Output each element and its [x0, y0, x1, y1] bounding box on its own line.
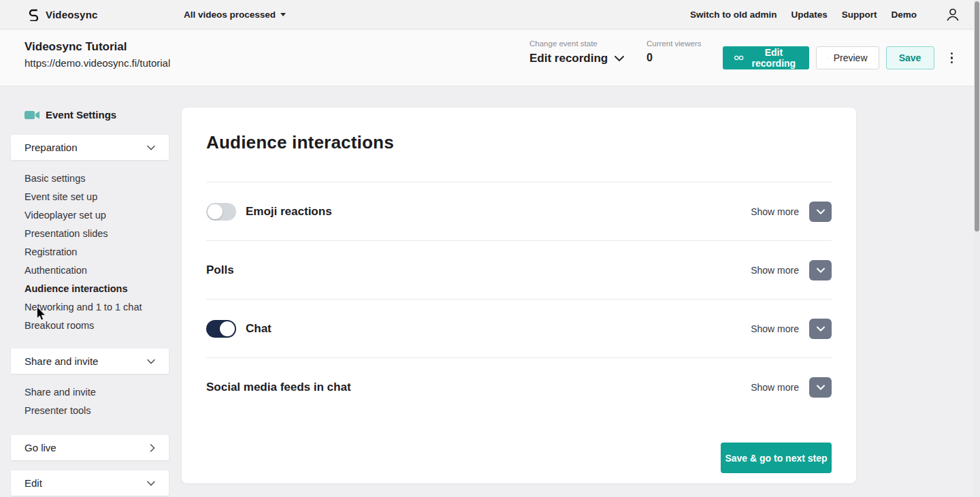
show-more-link[interactable]: Show more	[751, 382, 799, 393]
header-action-buttons: Edit recording Preview Save	[723, 46, 956, 69]
save-button[interactable]: Save	[886, 46, 934, 69]
sidebar-item-event-site-set-up[interactable]: Event site set up	[24, 187, 169, 206]
go-live-section-label: Go live	[24, 442, 56, 453]
chevron-right-icon	[150, 444, 155, 452]
edit-recording-button[interactable]: Edit recording	[723, 46, 809, 69]
expand-section-button[interactable]	[809, 377, 832, 398]
sidebar-item-audience-interactions[interactable]: Audience interactions	[24, 279, 169, 298]
settings-sidebar: Event Settings Preparation Basic setting…	[11, 109, 169, 496]
support-link[interactable]: Support	[842, 10, 877, 20]
preparation-section-label: Preparation	[24, 142, 78, 153]
chevron-down-icon	[615, 56, 624, 62]
expand-section-button[interactable]	[809, 260, 832, 280]
videos-processed-dropdown[interactable]: All videos processed	[184, 10, 286, 20]
sidebar-item-authentication[interactable]: Authentication	[24, 261, 169, 279]
sidebar-item-share-and-invite[interactable]: Share and invite	[24, 383, 169, 401]
sidebar-item-videoplayer-set-up[interactable]: Videoplayer set up	[24, 206, 169, 224]
feature-label: Social media feeds in chat	[206, 381, 351, 394]
sidebar-item-networking-1to1-chat[interactable]: Networking and 1 to 1 chat	[24, 298, 169, 316]
videosync-logo-icon	[27, 8, 40, 21]
chat-toggle[interactable]	[206, 320, 236, 338]
chevron-down-icon	[147, 145, 155, 150]
share-invite-section-label: Share and invite	[24, 355, 98, 367]
edit-section-label: Edit	[24, 477, 42, 489]
videos-processed-label: All videos processed	[184, 10, 276, 20]
show-more-link[interactable]: Show more	[751, 265, 799, 276]
edit-recording-button-label: Edit recording	[749, 47, 798, 69]
event-title-block: Videosync Tutorial https://demo.videosyn…	[24, 40, 170, 69]
save-and-next-step-button[interactable]: Save & go to next step	[721, 443, 832, 473]
emoji-reactions-toggle[interactable]	[206, 203, 236, 221]
sidebar-section-go-live[interactable]: Go live	[11, 435, 169, 460]
show-more-link[interactable]: Show more	[751, 323, 799, 334]
sidebar-item-registration[interactable]: Registration	[24, 242, 169, 261]
sidebar-section-share-and-invite[interactable]: Share and invite	[11, 349, 169, 374]
sidebar-title-label: Event Settings	[46, 109, 116, 121]
feature-row-chat: Chat Show more	[206, 300, 832, 358]
brand-logo[interactable]: Videosync	[27, 8, 98, 21]
save-button-label: Save	[899, 52, 921, 63]
page-scrollbar-track[interactable]	[974, 0, 980, 497]
updates-link[interactable]: Updates	[791, 10, 827, 20]
expand-section-button[interactable]	[809, 319, 832, 339]
preparation-items: Basic settings Event site set up Videopl…	[11, 169, 169, 334]
user-account-icon[interactable]	[946, 7, 960, 22]
top-navigation-bar: Videosync All videos processed Switch to…	[0, 0, 980, 29]
preview-button-label: Preview	[834, 52, 868, 63]
feature-label: Polls	[206, 263, 234, 277]
video-camera-icon	[24, 110, 39, 120]
page-title: Audience interactions	[206, 108, 832, 153]
event-state-value: Edit recording	[529, 52, 608, 65]
sidebar-section-preparation[interactable]: Preparation	[11, 135, 169, 160]
preview-button[interactable]: Preview	[816, 46, 879, 69]
recording-loop-icon	[734, 54, 745, 61]
sidebar-title: Event Settings	[11, 109, 169, 121]
chevron-down-icon	[147, 481, 155, 486]
sidebar-item-presentation-slides[interactable]: Presentation slides	[24, 224, 169, 242]
sidebar-item-basic-settings[interactable]: Basic settings	[24, 169, 169, 187]
feature-label: Emoji reactions	[246, 205, 332, 219]
feature-row-polls: Polls Show more	[206, 241, 832, 300]
more-options-kebab-icon[interactable]	[948, 50, 956, 67]
dropdown-triangle-icon	[280, 13, 286, 16]
feature-row-social-media-feeds: Social media feeds in chat Show more	[206, 358, 832, 417]
current-viewers-block: Current viewers 0	[647, 39, 702, 64]
event-url[interactable]: https://demo.videosync.fi/tutorial	[24, 57, 170, 69]
event-header: Videosync Tutorial https://demo.videosyn…	[0, 30, 980, 86]
sidebar-item-breakout-rooms[interactable]: Breakout rooms	[24, 316, 169, 334]
event-state-block: Change event state Edit recording	[529, 39, 624, 65]
audience-interactions-panel: Audience interactions Emoji reactions Sh…	[182, 108, 856, 483]
preview-eye-icon	[828, 53, 828, 63]
card-footer: Save & go to next step	[206, 443, 832, 473]
sidebar-section-edit[interactable]: Edit	[11, 470, 169, 496]
event-state-dropdown[interactable]: Edit recording	[529, 52, 624, 65]
feature-row-emoji-reactions: Emoji reactions Show more	[206, 182, 832, 241]
current-viewers-count: 0	[647, 52, 702, 64]
feature-label: Chat	[246, 322, 272, 336]
expand-section-button[interactable]	[809, 202, 832, 222]
switch-to-old-admin-link[interactable]: Switch to old admin	[690, 10, 777, 20]
share-invite-items: Share and invite Presenter tools	[11, 383, 169, 419]
demo-link[interactable]: Demo	[891, 10, 917, 20]
change-event-state-label: Change event state	[529, 39, 624, 48]
page-scrollbar-thumb[interactable]	[975, 1, 979, 231]
topbar-links: Switch to old admin Updates Support Demo	[690, 7, 960, 22]
chevron-down-icon	[147, 359, 155, 364]
sidebar-item-presenter-tools[interactable]: Presenter tools	[24, 401, 169, 419]
brand-name: Videosync	[46, 9, 98, 20]
event-title: Videosync Tutorial	[24, 40, 170, 54]
current-viewers-label: Current viewers	[647, 39, 702, 48]
show-more-link[interactable]: Show more	[751, 206, 799, 217]
